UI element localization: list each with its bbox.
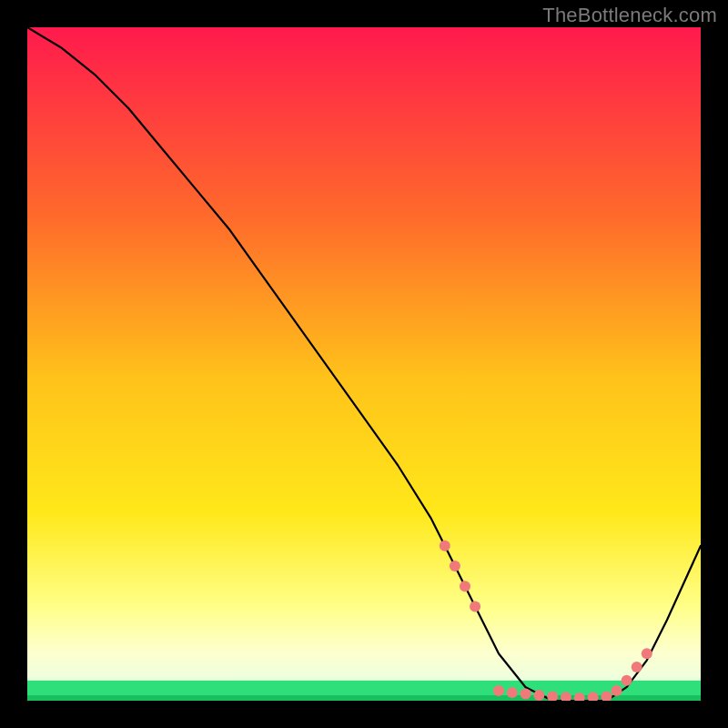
gradient-background	[27, 27, 701, 701]
highlight-dot	[533, 690, 544, 701]
highlight-dot	[493, 685, 504, 696]
highlight-dot	[642, 648, 652, 659]
floor-green-band	[27, 681, 701, 701]
highlight-dot	[450, 561, 460, 571]
chart-frame: TheBottleneck.com	[0, 0, 728, 728]
highlight-dot	[612, 685, 622, 696]
watermark-text: TheBottleneck.com	[542, 4, 717, 27]
highlight-dot	[470, 601, 480, 612]
highlight-dot	[622, 675, 632, 686]
highlight-dot	[460, 581, 470, 592]
highlight-dot	[632, 662, 642, 672]
bottleneck-chart	[27, 27, 701, 701]
highlight-dot	[440, 541, 450, 551]
plot-area	[27, 27, 701, 701]
highlight-dot	[507, 687, 518, 698]
highlight-dot	[521, 689, 531, 700]
